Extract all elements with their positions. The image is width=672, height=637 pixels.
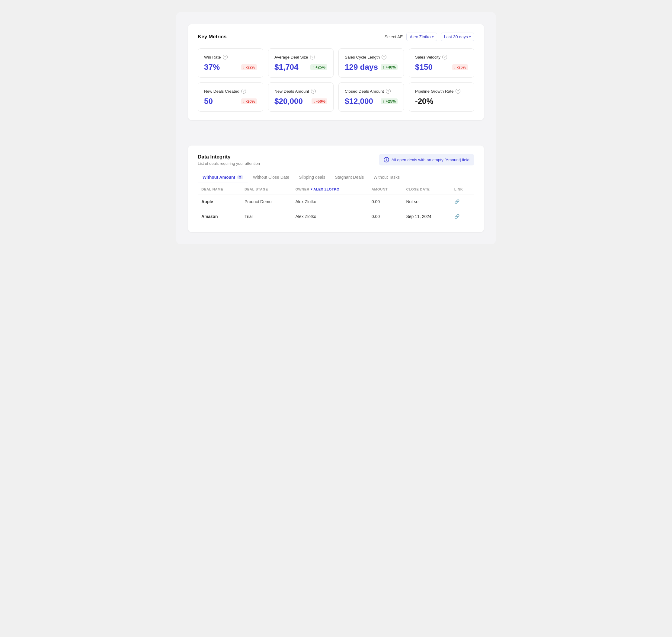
table-row: AppleProduct DemoAlex Zlotko0.00Not set🔗: [198, 194, 474, 209]
ae-value: Alex Zlotko: [410, 34, 431, 39]
ae-chevron-icon: ▾: [432, 35, 434, 39]
ae-dropdown[interactable]: Alex Zlotko ▾: [406, 33, 437, 41]
metric-card-3: Sales Velocity?$150↓ -25%: [409, 48, 474, 77]
di-alert-text: All open deals with an empty [Amount] fi…: [392, 158, 469, 162]
di-alert: i All open deals with an empty [Amount] …: [379, 154, 474, 165]
tab-label-0: Without Amount: [203, 175, 235, 180]
metric-change-1: ↑ +25%: [310, 64, 327, 70]
date-range-dropdown[interactable]: Last 30 days ▾: [441, 33, 474, 41]
metric-info-icon-7[interactable]: ?: [456, 89, 460, 94]
deal-amount-0: 0.00: [368, 194, 403, 209]
metric-change-5: ↓ -50%: [311, 98, 327, 104]
metric-info-icon-5[interactable]: ?: [311, 89, 316, 94]
metric-label-1: Average Deal Size: [274, 55, 308, 59]
metric-value-3: $150: [415, 62, 433, 72]
metric-info-icon-6[interactable]: ?: [386, 89, 391, 94]
gap-spacer: [188, 130, 484, 136]
metric-info-icon-3[interactable]: ?: [442, 55, 447, 59]
metric-header-2: Sales Cycle Length?: [345, 55, 398, 59]
metric-label-7: Pipeline Growth Rate: [415, 89, 454, 94]
metric-value-7: -20%: [415, 97, 434, 106]
metric-header-0: Win Rate?: [204, 55, 257, 59]
tab-1[interactable]: Without Close Date: [248, 172, 294, 183]
tab-badge-0: 2: [237, 175, 243, 179]
deal-owner-0: Alex Zlotko: [292, 194, 368, 209]
tab-label-2: Slipping deals: [299, 175, 325, 180]
table-row: AmazonTrialAlex Zlotko0.00Sep 11, 2024🔗: [198, 209, 474, 224]
metric-card-5: New Deals Amount?$20,000↓ -50%: [268, 83, 333, 112]
key-metrics-header: Key Metrics Select AE Alex Zlotko ▾ Last…: [198, 33, 474, 41]
metric-label-3: Sales Velocity: [415, 55, 440, 59]
metric-value-5: $20,000: [274, 97, 303, 106]
metrics-grid: Win Rate?37%↓ -22%Average Deal Size?$1,7…: [198, 48, 474, 112]
tab-3[interactable]: Stagnant Deals: [330, 172, 369, 183]
di-title: Data Integrity: [198, 154, 260, 160]
metric-change-2: ↑ +40%: [381, 64, 398, 70]
deal-stage-0: Product Demo: [241, 194, 292, 209]
key-metrics-title: Key Metrics: [198, 34, 226, 40]
metric-value-row-3: $150↓ -25%: [415, 62, 468, 72]
deal-close-date-0: Not set: [402, 194, 450, 209]
tab-label-4: Without Tasks: [374, 175, 400, 180]
metric-value-0: 37%: [204, 62, 220, 72]
deal-owner-1: Alex Zlotko: [292, 209, 368, 224]
metric-label-2: Sales Cycle Length: [345, 55, 380, 59]
metric-label-0: Win Rate: [204, 55, 221, 59]
header-controls: Select AE Alex Zlotko ▾ Last 30 days ▾: [385, 33, 474, 41]
metric-info-icon-2[interactable]: ?: [382, 55, 386, 59]
metric-change-4: ↓ -20%: [241, 98, 257, 104]
col-header-closeDate: CLOSE DATE: [402, 183, 450, 195]
di-header: Data Integrity List of deals requiring y…: [198, 154, 474, 166]
metric-header-6: Closed Deals Amount?: [345, 89, 398, 94]
tab-4[interactable]: Without Tasks: [369, 172, 404, 183]
key-metrics-section: Key Metrics Select AE Alex Zlotko ▾ Last…: [188, 24, 484, 120]
metric-card-4: New Deals Created?50↓ -20%: [198, 83, 263, 112]
di-header-left: Data Integrity List of deals requiring y…: [198, 154, 260, 166]
metric-label-5: New Deals Amount: [274, 89, 309, 94]
col-header-owner: OWNER ▾Alex Zlotko: [292, 183, 368, 195]
metric-card-0: Win Rate?37%↓ -22%: [198, 48, 263, 77]
metric-label-6: Closed Deals Amount: [345, 89, 384, 94]
metric-card-6: Closed Deals Amount?$12,000↑ +25%: [339, 83, 404, 112]
metric-value-1: $1,704: [274, 62, 298, 72]
metric-value-4: 50: [204, 97, 213, 106]
tab-0[interactable]: Without Amount2: [198, 172, 248, 183]
owner-col-label: OWNER: [295, 187, 309, 191]
owner-col-chevron-icon[interactable]: ▾: [311, 187, 312, 191]
col-header-link: LINK: [451, 183, 474, 195]
di-subtitle: List of deals requiring your attention: [198, 161, 260, 166]
deal-link-1[interactable]: 🔗: [451, 209, 474, 224]
di-alert-icon: i: [384, 157, 389, 162]
data-integrity-section: Data Integrity List of deals requiring y…: [188, 146, 484, 232]
metric-header-1: Average Deal Size?: [274, 55, 327, 59]
metric-info-icon-1[interactable]: ?: [310, 55, 315, 59]
metric-info-icon-4[interactable]: ?: [241, 89, 246, 94]
deal-close-date-1: Sep 11, 2024: [402, 209, 450, 224]
metric-header-7: Pipeline Growth Rate?: [415, 89, 468, 94]
deal-name-0: Apple: [198, 194, 241, 209]
metric-change-3: ↓ -25%: [452, 64, 468, 70]
owner-filter-value[interactable]: Alex Zlotko: [313, 187, 339, 191]
metric-card-1: Average Deal Size?$1,704↑ +25%: [268, 48, 333, 77]
metric-value-row-2: 129 days↑ +40%: [345, 62, 398, 72]
metric-value-row-6: $12,000↑ +25%: [345, 97, 398, 106]
deal-link-0[interactable]: 🔗: [451, 194, 474, 209]
metric-info-icon-0[interactable]: ?: [223, 55, 228, 59]
date-range-chevron-icon: ▾: [469, 35, 471, 39]
metric-change-0: ↓ -22%: [241, 64, 257, 70]
metric-label-4: New Deals Created: [204, 89, 239, 94]
metric-header-3: Sales Velocity?: [415, 55, 468, 59]
deal-stage-1: Trial: [241, 209, 292, 224]
col-header-amount: AMOUNT: [368, 183, 403, 195]
tab-2[interactable]: Slipping deals: [294, 172, 330, 183]
owner-header: OWNER ▾Alex Zlotko: [295, 187, 364, 191]
col-header-dealName: DEAL NAME: [198, 183, 241, 195]
metric-value-row-1: $1,704↑ +25%: [274, 62, 327, 72]
deal-name-1: Amazon: [198, 209, 241, 224]
tab-label-1: Without Close Date: [253, 175, 290, 180]
data-table: DEAL NAMEDEAL STAGEOWNER ▾Alex ZlotkoAMO…: [198, 183, 474, 224]
metric-card-7: Pipeline Growth Rate?-20%: [409, 83, 474, 112]
metric-value-row-5: $20,000↓ -50%: [274, 97, 327, 106]
date-range-value: Last 30 days: [444, 34, 468, 39]
deal-amount-1: 0.00: [368, 209, 403, 224]
